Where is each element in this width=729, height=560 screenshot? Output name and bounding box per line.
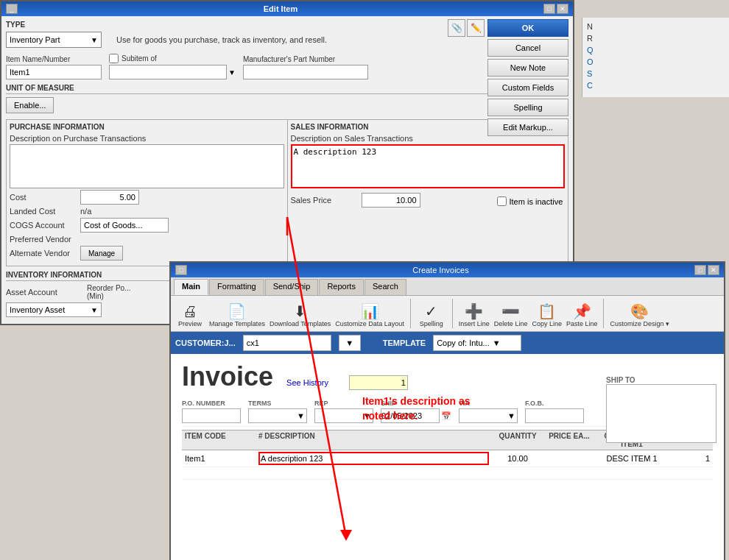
attach-icon[interactable]: 📎 (448, 19, 465, 37)
fob-input[interactable] (525, 408, 584, 423)
copy-line-label: Copy Line (532, 321, 562, 328)
po-number-col: P.O. NUMBER (182, 400, 241, 423)
window-right-controls[interactable]: □ ✕ (543, 4, 568, 14)
ship-to-field (606, 384, 716, 443)
toolbar-sep-3 (603, 299, 604, 328)
right-panel: N R Q O S C (582, 18, 729, 97)
invoices-minimize-btn[interactable]: □ (175, 265, 187, 275)
pref-vendor-label: Preferred Vendor (10, 235, 76, 244)
customize-layout-label: Customize Data Layout (335, 321, 404, 328)
sales-desc-input[interactable]: A description 123 (291, 144, 566, 188)
right-o-link[interactable]: O (587, 57, 725, 66)
template-dropdown[interactable]: Copy of: Intu... ▼ (433, 335, 521, 351)
invoice-num-input[interactable] (349, 375, 408, 390)
terms-col: TERMS ▼ (248, 400, 307, 423)
unit-section: UNIT OF MEASURE Enable... (6, 84, 568, 113)
cogs-row: COGS Account (10, 218, 284, 233)
ok-button[interactable]: OK (487, 19, 568, 37)
li-amount-1: 1 (669, 453, 713, 464)
invoices-close-btn[interactable]: ✕ (708, 265, 719, 275)
manuf-label: Manufacturer's Part Number (243, 55, 368, 63)
terms-dropdown[interactable]: ▼ (248, 408, 307, 423)
sales-price-row: Sales Price (291, 193, 420, 208)
subitem-checkbox[interactable] (109, 54, 119, 63)
edit-markup-button[interactable]: Edit Markup... (487, 118, 568, 136)
see-history-link[interactable]: See History (286, 378, 328, 387)
purchase-col: PURCHASE INFORMATION Description on Purc… (7, 120, 288, 266)
tab-search[interactable]: Search (364, 279, 406, 295)
download-templates-tool[interactable]: ⬇ Download Templates (270, 302, 331, 328)
sales-price-input[interactable] (362, 193, 420, 208)
uom-label: UNIT OF MEASURE (6, 84, 568, 94)
ok-panel: OK Cancel New Note Custom Fields Spellin… (487, 19, 568, 136)
customer-dropdown[interactable]: ▼ (339, 335, 361, 351)
annotation-text: Item1's description asnoted here. (362, 394, 471, 423)
item-name-input[interactable] (6, 65, 102, 79)
purchase-sales-row: PURCHASE INFORMATION Description on Purc… (6, 119, 568, 266)
manage-templates-tool[interactable]: 📄 Manage Templates (209, 302, 265, 328)
invoices-title: Create Invoices (412, 266, 468, 274)
custom-fields-button[interactable]: Custom Fields (487, 79, 568, 96)
subitem-input[interactable] (109, 65, 227, 79)
spelling-tool[interactable]: ✓ Spelling (417, 302, 446, 328)
restore-btn[interactable]: □ (543, 4, 555, 14)
manage-templates-label: Manage Templates (209, 321, 265, 328)
asset-dropdown[interactable]: Inventory Asset ▼ (6, 302, 102, 317)
customize-design-tool[interactable]: 🎨 Customize Design ▾ (610, 302, 669, 328)
close-btn[interactable]: ✕ (557, 4, 568, 14)
type-dropdown[interactable]: Inventory Part ▼ (6, 32, 102, 48)
manage-button[interactable]: Manage (80, 246, 123, 260)
li-item-code-2 (182, 467, 256, 479)
li-description-2 (256, 472, 492, 475)
asset-chevron-icon: ▼ (91, 306, 98, 314)
enable-button[interactable]: Enable... (6, 97, 54, 113)
purchase-desc-input[interactable] (10, 144, 284, 188)
subitem-chevron-icon: ▼ (228, 68, 236, 77)
tab-formatting[interactable]: Formatting (209, 279, 264, 295)
invoices-restore-btn[interactable]: □ (694, 265, 706, 275)
alt-vendor-row: Alternate Vendor Manage (10, 246, 284, 260)
li-description-input-1[interactable] (258, 452, 489, 465)
customer-input[interactable] (243, 335, 331, 351)
landed-cost-value: n/a (80, 207, 91, 216)
paste-line-tool[interactable]: 📌 Paste Line (566, 302, 598, 328)
edit-icon[interactable]: ✏️ (467, 19, 485, 37)
li-item-code-1: Item1 (182, 453, 256, 464)
purchase-header: PURCHASE INFORMATION (10, 123, 284, 131)
customize-design-icon: 🎨 (630, 302, 649, 320)
description-header: # DESCRIPTION (256, 432, 492, 448)
cogs-input[interactable] (80, 218, 169, 233)
spelling-button[interactable]: Spelling (487, 99, 568, 116)
tab-sendship[interactable]: Send/Ship (265, 279, 319, 295)
invoices-win-controls[interactable]: □ (175, 265, 187, 275)
invoice-title: Invoice (182, 361, 273, 392)
tab-main[interactable]: Main (174, 279, 208, 295)
customer-row: CUSTOMER:J... ▼ TEMPLATE Copy of: Intu..… (171, 332, 724, 354)
delete-line-tool[interactable]: ➖ Delete Line (494, 302, 528, 328)
li-quantity-1: 10.00 (492, 453, 543, 464)
window-controls[interactable]: _ (6, 4, 18, 14)
copy-line-tool[interactable]: 📋 Copy Line (532, 302, 562, 328)
new-note-button[interactable]: New Note (487, 59, 568, 77)
customer-chevron-icon: ▼ (345, 339, 353, 347)
customer-label: CUSTOMER:J... (175, 339, 236, 347)
edit-item-title: Edit Item (18, 4, 543, 13)
cost-input[interactable] (80, 190, 139, 205)
tab-reports[interactable]: Reports (319, 279, 364, 295)
customize-layout-tool[interactable]: 📊 Customize Data Layout (335, 302, 404, 328)
po-number-input[interactable] (182, 408, 241, 423)
type-chevron-icon: ▼ (91, 36, 98, 44)
right-q-link[interactable]: Q (587, 46, 725, 54)
insert-line-tool[interactable]: ➕ Insert Line (459, 302, 490, 328)
li-item-code-input-2[interactable] (185, 469, 253, 478)
cancel-button[interactable]: Cancel (487, 39, 568, 57)
toolbar-sep-2 (452, 299, 453, 328)
minimize-btn[interactable]: _ (6, 4, 18, 14)
right-c-link[interactable]: C (587, 81, 725, 90)
preview-tool[interactable]: 🖨 Preview (175, 303, 205, 328)
invoices-right-controls[interactable]: □ ✕ (694, 265, 719, 275)
invoices-titlebar: □ Create Invoices □ ✕ (171, 263, 724, 277)
manuf-input[interactable] (243, 65, 368, 79)
inactive-checkbox[interactable] (497, 196, 507, 206)
right-s-link[interactable]: S (587, 69, 725, 78)
